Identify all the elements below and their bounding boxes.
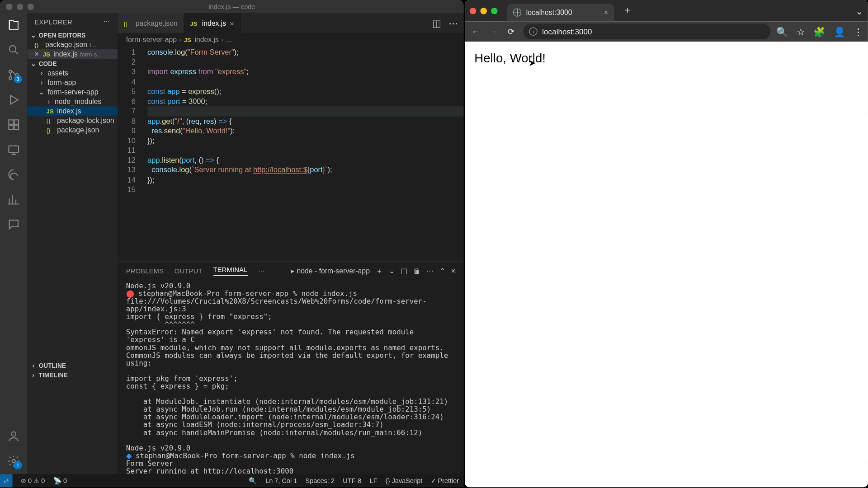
code-editor[interactable]: 123456789101112131415 console.log("Form … <box>118 47 463 262</box>
breadcrumb[interactable]: form-server-app› JSindex.js› ... <box>118 33 463 47</box>
forward-button[interactable]: → <box>487 27 499 36</box>
globe-icon <box>513 8 521 16</box>
tab-package-json[interactable]: {}package.json <box>118 13 184 33</box>
more-icon[interactable]: ⋯ <box>104 18 110 25</box>
minimize-dot[interactable] <box>481 7 487 14</box>
panel-tab-output[interactable]: OUTPUT <box>175 267 203 275</box>
workspace-header[interactable]: ⌄CODE <box>27 59 118 68</box>
bottom-panel: PROBLEMS OUTPUT TERMINAL ⋯ ▸ node - form… <box>118 262 463 474</box>
close-icon[interactable]: × <box>230 19 234 28</box>
graph-icon[interactable] <box>6 192 21 207</box>
more-icon[interactable]: ⋯ <box>426 267 434 275</box>
split-editor-icon[interactable]: ◫ <box>432 18 441 29</box>
browser-tab[interactable]: localhost:3000 × <box>507 4 614 21</box>
explorer-icon[interactable] <box>6 18 21 32</box>
new-terminal-icon[interactable]: ＋ <box>376 266 383 276</box>
panel-tab-problems[interactable]: PROBLEMS <box>126 267 164 275</box>
bookmark-star-icon[interactable]: ☆ <box>797 26 805 37</box>
mouse-cursor-icon: ➤ <box>528 58 536 69</box>
more-icon[interactable]: ⋯ <box>258 267 264 275</box>
svg-rect-6 <box>9 125 13 130</box>
status-eol[interactable]: LF <box>370 477 377 484</box>
svg-rect-7 <box>14 125 19 130</box>
source-control-icon[interactable]: 3 <box>6 68 21 82</box>
svg-point-1 <box>9 70 12 73</box>
chrome-toolbar: ← → ⟳ i localhost:3000 🔍 ☆ 🧩 👤 ⋮ <box>465 21 868 42</box>
activity-bar: 3 1 <box>0 13 27 474</box>
file-package-lock[interactable]: {}package-lock.json <box>27 116 118 125</box>
reload-button[interactable]: ⟳ <box>505 27 517 36</box>
file-index-js[interactable]: JSindex.js <box>27 106 118 116</box>
panel-tab-terminal[interactable]: TERMINAL <box>213 266 248 276</box>
site-info-icon[interactable]: i <box>529 27 537 35</box>
status-language[interactable]: {} JavaScript <box>386 477 422 484</box>
status-indent[interactable]: Spaces: 2 <box>306 477 335 484</box>
folder-form-server-app[interactable]: ⌄form-server-app <box>27 87 118 97</box>
tab-bar: {}package.json JSindex.js× ◫ ⋯ <box>118 13 463 33</box>
open-editor-item[interactable]: ×JSindex.js form-s... <box>27 49 118 59</box>
status-search-icon[interactable]: 🔍 <box>249 477 257 484</box>
settings-gear-icon[interactable]: 1 <box>6 454 21 469</box>
svg-point-0 <box>9 46 16 52</box>
zoom-dot[interactable] <box>27 3 33 9</box>
svg-rect-5 <box>14 120 19 124</box>
back-button[interactable]: ← <box>470 27 481 36</box>
status-cursor-pos[interactable]: Ln 7, Col 1 <box>265 477 297 484</box>
terminal-output[interactable]: Node.js v20.9.0 ⬤ stephan@MacBook-Pro fo… <box>118 280 463 474</box>
accounts-icon[interactable] <box>6 429 21 443</box>
terminal-picker[interactable]: ▸ node - form-server-app <box>291 267 370 275</box>
chevron-down-icon[interactable]: ⌄ <box>389 267 395 275</box>
editor-area: {}package.json JSindex.js× ◫ ⋯ form-serv… <box>118 13 463 474</box>
status-ports[interactable]: 📡 0 <box>53 477 67 484</box>
chrome-window: localhost:3000 × + ⌄ ← → ⟳ i localhost:3… <box>465 0 868 487</box>
timeline-header[interactable]: ›TIMELINE <box>27 370 118 380</box>
split-terminal-icon[interactable]: ◫ <box>401 267 407 275</box>
svg-rect-8 <box>9 146 19 152</box>
zoom-icon[interactable]: 🔍 <box>776 26 788 37</box>
svg-rect-4 <box>9 120 13 124</box>
new-tab-button[interactable]: + <box>620 5 635 16</box>
run-debug-icon[interactable] <box>6 93 21 107</box>
open-editors-header[interactable]: ⌄OPEN EDITORS <box>27 30 118 40</box>
vscode-window: index.js — code 3 1 EXPLORER ⋯ ⌄OPEN EDI… <box>0 0 464 487</box>
status-prettier[interactable]: ✓ Prettier <box>431 477 459 484</box>
open-editor-item[interactable]: {}package.json f... <box>27 40 118 49</box>
status-encoding[interactable]: UTF-8 <box>343 477 361 484</box>
explorer-title: EXPLORER <box>34 18 72 25</box>
more-icon[interactable]: ⋯ <box>448 18 458 29</box>
tab-index-js[interactable]: JSindex.js× <box>184 13 241 33</box>
svg-point-2 <box>9 77 12 80</box>
window-title: index.js — code <box>208 3 255 10</box>
zoom-dot[interactable] <box>491 7 497 14</box>
search-icon[interactable] <box>6 43 21 57</box>
folder-form-app[interactable]: ›form-app <box>27 78 118 87</box>
remote-explorer-icon[interactable] <box>6 143 21 157</box>
file-package-json[interactable]: {}package.json <box>27 125 118 135</box>
chrome-tabstrip: localhost:3000 × + ⌄ <box>465 0 868 21</box>
maximize-panel-icon[interactable]: ⌃ <box>439 267 445 275</box>
extensions-icon[interactable] <box>6 117 21 132</box>
folder-node-modules[interactable]: ›node_modules <box>27 97 118 106</box>
remote-indicator[interactable]: ⇄ <box>0 474 13 487</box>
page-viewport: Hello, World! ➤ <box>465 42 868 487</box>
close-dot[interactable] <box>6 3 12 9</box>
svg-point-9 <box>11 432 16 436</box>
tab-list-icon[interactable]: ⌄ <box>855 5 863 16</box>
extensions-puzzle-icon[interactable]: 🧩 <box>813 26 825 37</box>
menu-icon[interactable]: ⋮ <box>854 26 863 37</box>
sidebar: EXPLORER ⋯ ⌄OPEN EDITORS {}package.json … <box>27 13 118 474</box>
address-bar[interactable]: i localhost:3000 <box>523 24 770 39</box>
status-bar: ⇄ ⊘ 0 ⚠ 0 📡 0 🔍 Ln 7, Col 1 Spaces: 2 UT… <box>0 474 464 487</box>
status-errors[interactable]: ⊘ 0 ⚠ 0 <box>21 477 45 484</box>
close-panel-icon[interactable]: × <box>451 267 455 275</box>
close-tab-icon[interactable]: × <box>604 8 608 16</box>
profile-icon[interactable]: 👤 <box>834 26 845 37</box>
edge-tools-icon[interactable] <box>6 168 21 182</box>
kill-terminal-icon[interactable]: 🗑 <box>413 267 420 275</box>
minimize-dot[interactable] <box>17 3 23 9</box>
folder-assets[interactable]: ›assets <box>27 68 118 78</box>
outline-header[interactable]: ›OUTLINE <box>27 361 118 370</box>
close-dot[interactable] <box>470 7 476 14</box>
comment-icon[interactable] <box>6 217 21 232</box>
titlebar: index.js — code <box>0 0 464 13</box>
